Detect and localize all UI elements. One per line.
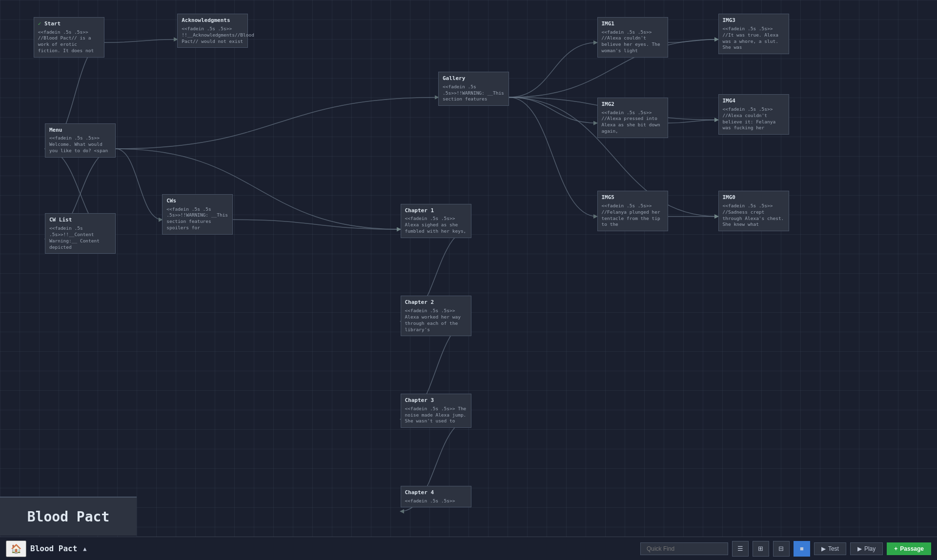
blood-pact-footer: Blood Pact [0,497,137,536]
node-title-gallery: Gallery [443,75,505,82]
play-label: Play [864,545,876,552]
quick-find-input[interactable] [640,542,728,555]
node-title-cws: CWs [166,198,228,205]
node-cw_list[interactable]: CW List<<fadein .5s .5s>>!!__Content War… [45,213,116,254]
node-body-img1: <<fadein .5s .5s>> //Alexa couldn't beli… [602,29,664,54]
node-title-img1: IMG1 [602,20,664,28]
node-body-img3: <<fadein .5s .5s>> //It was true. Alexa … [723,26,785,51]
node-chapter4[interactable]: Chapter 4<<fadein .5s .5s>> [401,486,471,508]
node-body-start: <<fadein .5s .5s>> //Blood Pact// is a w… [38,29,100,54]
node-body-img0: <<fadein .5s .5s>> //Sadness crept throu… [723,203,785,228]
node-title-chapter1: Chapter 1 [405,207,467,215]
node-body-img2: <<fadein .5s .5s>> //Alexa pressed into … [602,110,664,135]
node-title-img4: IMG4 [723,98,785,105]
story-title-arrow: ▲ [83,545,86,552]
toolbar: 🏠 Blood Pact ▲ ☰ ⊞ ⊟ ■ ▶ Test ▶ Play + P… [0,537,937,560]
node-body-chapter3: <<fadein .5s .5s>> The noise made Alexa … [405,406,467,424]
node-img3[interactable]: IMG3<<fadein .5s .5s>> //It was true. Al… [718,14,789,54]
test-label: Test [828,545,839,552]
node-chapter1[interactable]: Chapter 1<<fadein .5s .5s>> Alexa sighed… [401,204,471,238]
list-view-button[interactable]: ☰ [732,541,749,557]
node-title-img2: IMG2 [602,101,664,108]
play-button[interactable]: ▶ Play [850,542,883,555]
node-title-chapter2: Chapter 2 [405,299,467,306]
node-body-cws: <<fadein .5s .5s .5s>>!!WARNING: __This … [166,206,228,231]
node-start[interactable]: Start<<fadein .5s .5s>> //Blood Pact// i… [34,17,104,58]
home-button[interactable]: 🏠 [6,540,26,557]
active-view-button[interactable]: ■ [794,541,810,557]
node-body-chapter1: <<fadein .5s .5s>> Alexa sighed as she f… [405,216,467,234]
node-body-chapter2: <<fadein .5s .5s>> Alexa worked her way … [405,308,467,333]
node-title-img0: IMG0 [723,194,785,201]
node-menu[interactable]: Menu<<fadein .5s .5s>> Welcome. What wou… [45,123,116,158]
story-title: Blood Pact [30,544,77,553]
node-body-img4: <<fadein .5s .5s>> //Alexa couldn't beli… [723,106,785,131]
test-icon: ▶ [821,545,826,552]
node-title-start: Start [38,20,100,28]
node-body-cw_list: <<fadein .5s .5s>>!!__Content Warning:__… [49,225,111,250]
add-passage-button[interactable]: + Passage [887,542,931,555]
node-gallery[interactable]: Gallery<<fadein .5s .5s>>!!WARNING: __Th… [438,72,509,106]
test-button[interactable]: ▶ Test [814,542,846,555]
node-chapter3[interactable]: Chapter 3<<fadein .5s .5s>> The noise ma… [401,394,471,428]
node-title-img3: IMG3 [723,17,785,24]
node-body-img5: <<fadein .5s .5s>> //Felanya plunged her… [602,203,664,228]
node-title-menu: Menu [49,127,111,134]
node-title-img5: IMG5 [602,194,664,201]
node-cws[interactable]: CWs<<fadein .5s .5s .5s>>!!WARNING: __Th… [162,194,233,235]
add-passage-label: Passage [900,545,924,552]
node-title-cw_list: CW List [49,217,111,224]
grid-view-button[interactable]: ⊞ [753,541,769,557]
node-body-acknowledgments: <<fadein .5s .5s>> !!__Acknowledgments//… [182,26,244,44]
node-body-gallery: <<fadein .5s .5s>>!!WARNING: __This sect… [443,84,505,102]
node-title-chapter3: Chapter 3 [405,397,467,404]
node-body-menu: <<fadein .5s .5s>> Welcome. What would y… [49,135,111,154]
node-img2[interactable]: IMG2<<fadein .5s .5s>> //Alexa pressed i… [597,98,668,138]
node-img0[interactable]: IMG0<<fadein .5s .5s>> //Sadness crept t… [718,191,789,231]
add-icon: + [894,545,897,552]
node-img4[interactable]: IMG4<<fadein .5s .5s>> //Alexa couldn't … [718,94,789,135]
node-img5[interactable]: IMG5<<fadein .5s .5s>> //Felanya plunged… [597,191,668,231]
node-body-chapter4: <<fadein .5s .5s>> [405,498,467,504]
node-acknowledgments[interactable]: Acknowledgments<<fadein .5s .5s>> !!__Ac… [177,14,248,48]
layout-view-button[interactable]: ⊟ [773,541,790,557]
node-img1[interactable]: IMG1<<fadein .5s .5s>> //Alexa couldn't … [597,17,668,58]
node-title-acknowledgments: Acknowledgments [182,17,244,24]
node-chapter2[interactable]: Chapter 2<<fadein .5s .5s>> Alexa worked… [401,296,471,336]
node-title-chapter4: Chapter 4 [405,489,467,497]
play-icon: ▶ [857,545,862,552]
